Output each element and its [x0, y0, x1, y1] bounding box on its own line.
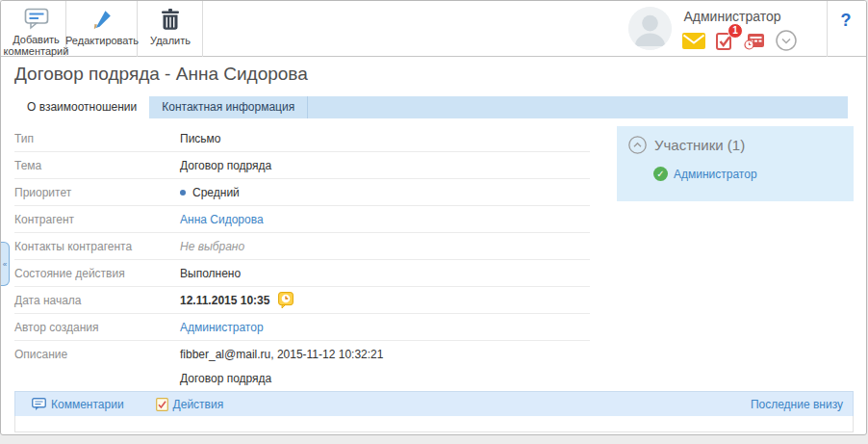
field-value: Договор подряда — [180, 159, 271, 172]
edit-button[interactable]: Редактировать — [67, 1, 138, 57]
toolbar: Добавить комментарий Редактировать — [1, 1, 866, 57]
collapse-panel-handle[interactable]: « — [1, 242, 10, 286]
detail-form: Тип Письмо Тема Договор подряда Приорите… — [14, 125, 590, 389]
avatar[interactable] — [628, 7, 672, 50]
participant-link[interactable]: Администратор — [674, 168, 757, 181]
field-label: Тема — [14, 159, 180, 172]
feed-empty-row — [14, 416, 854, 432]
participants-panel: Участники (1) ✓ Администратор — [617, 126, 854, 201]
user-name: Администратор — [676, 9, 789, 24]
field-label: Дата начала — [14, 294, 180, 307]
delete-button[interactable]: Удалить — [139, 1, 203, 57]
participants-title: Участники (1) — [654, 137, 745, 153]
add-comment-button[interactable]: Добавить комментарий — [7, 1, 66, 57]
trash-icon — [160, 8, 181, 31]
form-row-subject: Тема Договор подряда — [14, 152, 590, 179]
notification-icons: 1 — [682, 30, 797, 51]
field-value: fibber_al@mail.ru, 2015-11-12 10:32:21 Д… — [180, 348, 383, 385]
description-line-2: Договор подряда — [180, 372, 383, 385]
latest-bottom-link[interactable]: Последние внизу — [751, 398, 843, 411]
action-note-icon — [156, 398, 168, 411]
toolbar-separator — [827, 1, 828, 57]
form-row-account: Контрагент Анна Сидорова — [14, 206, 590, 233]
comment-bubble-icon — [32, 398, 46, 411]
field-label: Контакты контрагента — [14, 240, 180, 253]
clock-bubble-icon[interactable] — [278, 292, 294, 309]
delete-label: Удалить — [150, 35, 191, 46]
activity-card-window: Добавить комментарий Редактировать — [0, 0, 867, 435]
field-value: Письмо — [180, 132, 221, 145]
field-value: Средний — [180, 186, 240, 199]
form-row-type: Тип Письмо — [14, 125, 590, 152]
form-row-author: Автор создания Администратор — [14, 314, 590, 341]
chevron-down-circle-icon[interactable] — [776, 30, 797, 51]
green-check-icon: ✓ — [653, 167, 668, 181]
tabstrip: О взаимоотношенииКонтактная информация — [14, 96, 848, 118]
calendar-clock-icon[interactable] — [744, 32, 765, 50]
comments-link[interactable]: Комментарии — [32, 398, 124, 411]
add-comment-label: Добавить комментарий — [4, 34, 69, 57]
account-link[interactable]: Анна Сидорова — [180, 213, 264, 226]
field-label: Тип — [14, 132, 180, 145]
priority-dot-icon — [180, 190, 186, 196]
field-label: Контрагент — [14, 213, 180, 226]
field-label: Описание — [14, 348, 180, 361]
field-value: 12.11.2015 10:35 — [180, 294, 269, 307]
actions-link[interactable]: Действия — [156, 398, 224, 411]
participants-header: Участники (1) — [628, 136, 842, 154]
pencil-icon — [90, 8, 114, 31]
bottom-bar: Комментарии Действия Последние внизу — [14, 391, 854, 417]
notification-badge: 1 — [728, 23, 743, 39]
field-label: Автор создания — [14, 321, 180, 334]
tab-contact-info[interactable]: Контактная информация — [149, 96, 308, 118]
page-title: Договор подряда - Анна Сидорова — [14, 64, 308, 85]
description-line-1: fibber_al@mail.ru, 2015-11-12 10:32:21 — [180, 348, 383, 361]
envelope-icon[interactable] — [682, 33, 705, 49]
field-value: Выполнено — [180, 267, 241, 280]
chevron-up-circle-icon[interactable] — [628, 136, 647, 154]
field-label: Состояние действия — [14, 267, 180, 280]
form-row-contacts: Контакты контрагента Не выбрано — [14, 233, 590, 260]
field-label: Приоритет — [14, 186, 180, 199]
participant-item: ✓ Администратор — [653, 167, 842, 181]
tab-relationship[interactable]: О взаимоотношении — [14, 96, 149, 118]
task-check-icon[interactable]: 1 — [716, 32, 733, 50]
form-row-description: Описание fibber_al@mail.ru, 2015-11-12 1… — [14, 341, 590, 389]
form-row-status: Состояние действия Выполнено — [14, 260, 590, 287]
application-screen: Добавить комментарий Редактировать — [0, 0, 868, 444]
author-link[interactable]: Администратор — [180, 321, 264, 334]
edit-label: Редактировать — [65, 35, 139, 46]
comment-bubble-icon — [24, 8, 49, 30]
help-button[interactable]: ? — [833, 11, 858, 31]
form-row-start-date: Дата начала 12.11.2015 10:35 — [14, 287, 590, 314]
form-row-priority: Приоритет Средний — [14, 179, 590, 206]
field-value: Не выбрано — [180, 240, 244, 253]
